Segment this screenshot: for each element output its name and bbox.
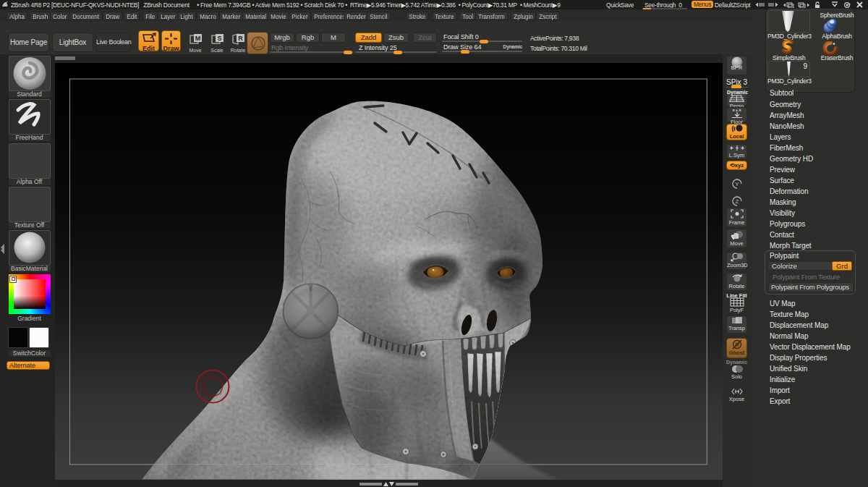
svg-text:Y: Y [735,181,739,187]
svg-text:S: S [217,35,221,42]
svg-text:Z: Z [735,198,739,205]
svg-text:R: R [238,35,243,42]
svg-text:M: M [195,35,201,42]
